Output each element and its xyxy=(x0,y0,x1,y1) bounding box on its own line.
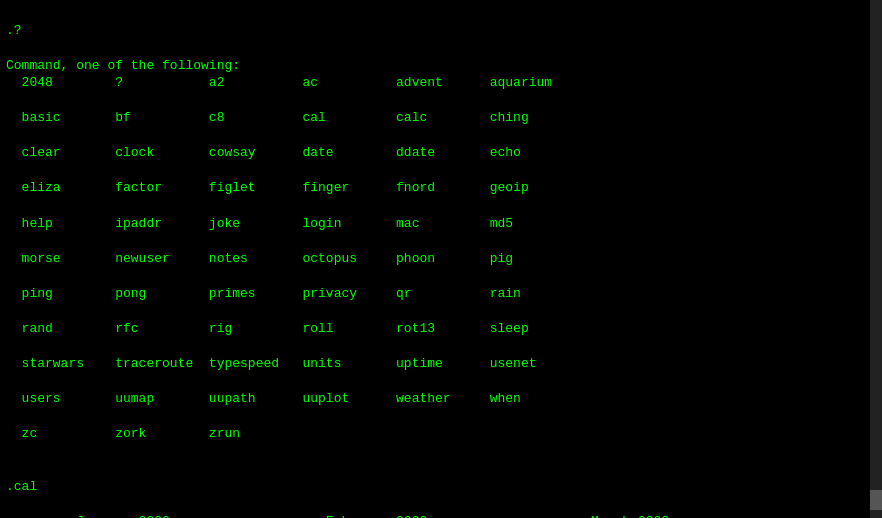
line-cal-cmd: .cal xyxy=(6,479,37,494)
line-row10: users uumap uupath uuplot weather when xyxy=(6,391,521,406)
line-row6: morse newuser notes octopus phoon pig xyxy=(6,251,513,266)
scrollbar-thumb[interactable] xyxy=(870,490,882,510)
line-row5: help ipaddr joke login mac md5 xyxy=(6,216,513,231)
line-row1: 2048 ? a2 ac advent aquarium xyxy=(6,75,552,90)
line-row7: ping pong primes privacy qr rain xyxy=(6,286,521,301)
line-row4: eliza factor figlet finger fnord geoip xyxy=(6,180,529,195)
scrollbar[interactable] xyxy=(870,0,882,518)
line-row8: rand rfc rig roll rot13 sleep xyxy=(6,321,529,336)
line-row11: zc zork zrun xyxy=(6,426,240,441)
line-query: .? xyxy=(6,23,22,38)
line-row9: starwars traceroute typespeed units upti… xyxy=(6,356,537,371)
line-cal-headers: January 2022 February 2022 March 2022 xyxy=(6,514,708,518)
terminal-output: .? Command, one of the following: 2048 ?… xyxy=(6,4,876,518)
line-row3: clear clock cowsay date ddate echo xyxy=(6,145,521,160)
line-row2: basic bf c8 cal calc ching xyxy=(6,110,529,125)
line-command-header: Command, one of the following: xyxy=(6,58,240,73)
